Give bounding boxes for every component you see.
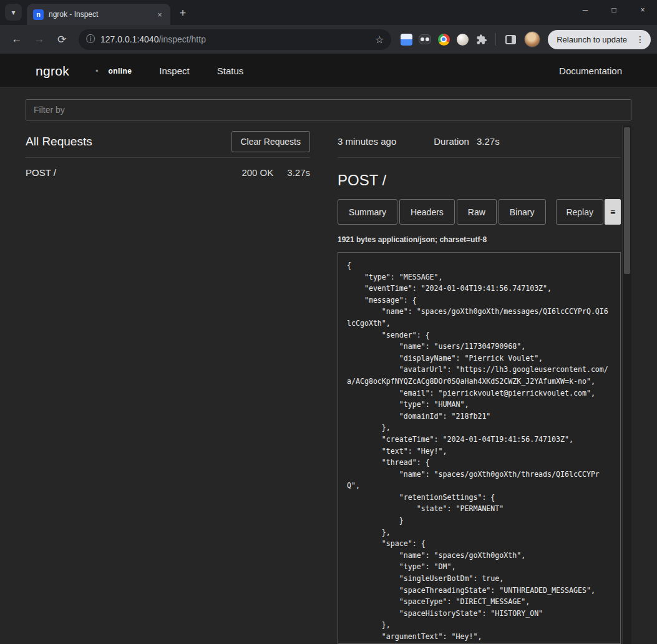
filter-input[interactable] (26, 99, 631, 120)
tab-close-button[interactable]: × (154, 9, 165, 20)
url-text[interactable]: 127.0.0.1:4040/inspect/http (100, 34, 369, 44)
detail-tabs: Summary Headers Raw Binary Replay ≡ (338, 199, 621, 225)
side-panel-button[interactable] (502, 31, 519, 48)
minimize-button[interactable]: ─ (571, 0, 600, 20)
requests-panel: All Requests Clear Requests POST / 200 O… (26, 125, 310, 644)
nav-inspect[interactable]: Inspect (159, 66, 189, 76)
ngrok-header: ngrok • online Inspect Status Documentat… (0, 54, 657, 88)
maximize-icon: □ (611, 6, 616, 14)
response-body-block: { "type": "MESSAGE", "eventTime": "2024-… (338, 252, 621, 644)
bookmark-star-icon[interactable]: ☆ (375, 34, 384, 46)
request-time-ago: 3 minutes ago (338, 136, 396, 147)
extension-photos-button[interactable] (397, 31, 415, 48)
window-controls: ─ □ × (571, 0, 657, 20)
profile-avatar[interactable] (524, 31, 540, 47)
photos-extension-icon (401, 34, 412, 46)
url-host: 127.0.0.1:4040 (100, 34, 158, 44)
toolbar-divider (495, 33, 496, 46)
relaunch-label: Relaunch to update (557, 35, 627, 44)
kebab-menu-icon[interactable]: ⋮ (633, 34, 647, 44)
tab-favicon: n (33, 9, 44, 20)
side-panel-icon (505, 35, 516, 44)
back-icon: ← (12, 33, 22, 46)
tab-raw[interactable]: Raw (457, 199, 497, 225)
request-method-path: POST / (26, 167, 56, 178)
tab-search-button[interactable]: ▾ (5, 4, 22, 21)
tab-summary[interactable]: Summary (338, 199, 397, 225)
extensions-menu-button[interactable] (472, 31, 490, 48)
requests-panel-title: All Requests (26, 135, 92, 149)
duration-label: Duration (434, 136, 469, 147)
clear-requests-button[interactable]: Clear Requests (231, 131, 311, 152)
ngrok-logo[interactable]: ngrok (36, 64, 69, 79)
content-meta: 1921 bytes application/json; charset=utf… (338, 235, 621, 244)
plus-icon: + (180, 7, 187, 20)
refresh-icon: ⟳ (57, 33, 66, 46)
relaunch-button[interactable]: Relaunch to update ⋮ (548, 30, 651, 49)
replay-menu-button[interactable]: ≡ (605, 199, 621, 225)
browser-tab[interactable]: n ngrok - Inspect × (27, 4, 170, 25)
duration-value: 3.27s (477, 136, 500, 147)
extensions-puzzle-icon (475, 34, 487, 46)
extension-chrome-button[interactable] (435, 31, 452, 48)
extension-goggles-button[interactable] (416, 31, 434, 48)
status-dot-icon: • (95, 66, 99, 76)
status-online-badge: online (109, 67, 132, 76)
back-button[interactable]: ← (6, 29, 27, 50)
forward-icon: → (34, 33, 45, 46)
json-body: { "type": "MESSAGE", "eventTime": "2024-… (347, 260, 611, 644)
close-button[interactable]: × (628, 0, 657, 20)
nav-documentation[interactable]: Documentation (559, 66, 622, 76)
address-bar[interactable]: ⓘ 127.0.0.1:4040/inspect/http ☆ (79, 29, 391, 50)
extension-ball-button[interactable] (454, 31, 471, 48)
tab-title: ngrok - Inspect (49, 10, 149, 19)
goggles-extension-icon (419, 34, 431, 44)
refresh-button[interactable]: ⟳ (51, 29, 72, 50)
new-tab-button[interactable]: + (174, 4, 192, 22)
chevron-down-icon: ▾ (11, 8, 15, 17)
tab-headers[interactable]: Headers (399, 199, 455, 225)
detail-title: POST / (338, 172, 621, 189)
hamburger-icon: ≡ (610, 207, 615, 217)
url-path: /inspect/http (158, 34, 206, 44)
minimize-icon: ─ (583, 6, 588, 14)
detail-scrollbar[interactable] (622, 125, 631, 644)
request-row[interactable]: POST / 200 OK 3.27s (26, 158, 310, 187)
close-icon: × (157, 10, 162, 19)
inspect-content: All Requests Clear Requests POST / 200 O… (0, 88, 657, 644)
ball-extension-icon (457, 34, 469, 46)
colorful-circle-extension-icon (438, 34, 450, 46)
request-duration: 3.27s (287, 167, 310, 178)
site-info-icon[interactable]: ⓘ (86, 34, 95, 45)
scrollbar-thumb[interactable] (624, 127, 630, 274)
request-status: 200 OK (241, 167, 273, 178)
tab-binary[interactable]: Binary (499, 199, 546, 225)
ngrok-page: ngrok • online Inspect Status Documentat… (0, 54, 657, 644)
forward-button[interactable]: → (29, 29, 50, 50)
replay-button[interactable]: Replay (556, 199, 603, 225)
tab-strip: ▾ n ngrok - Inspect × + ─ □ × (0, 0, 657, 25)
browser-toolbar: ← → ⟳ ⓘ 127.0.0.1:4040/inspect/http ☆ Re… (0, 25, 657, 54)
maximize-button[interactable]: □ (600, 0, 628, 20)
close-icon: × (640, 6, 645, 14)
request-detail-panel: 3 minutes ago Duration 3.27s POST / Summ… (338, 125, 631, 644)
nav-status[interactable]: Status (217, 66, 244, 76)
browser-window: ▾ n ngrok - Inspect × + ─ □ × ← (0, 0, 657, 644)
